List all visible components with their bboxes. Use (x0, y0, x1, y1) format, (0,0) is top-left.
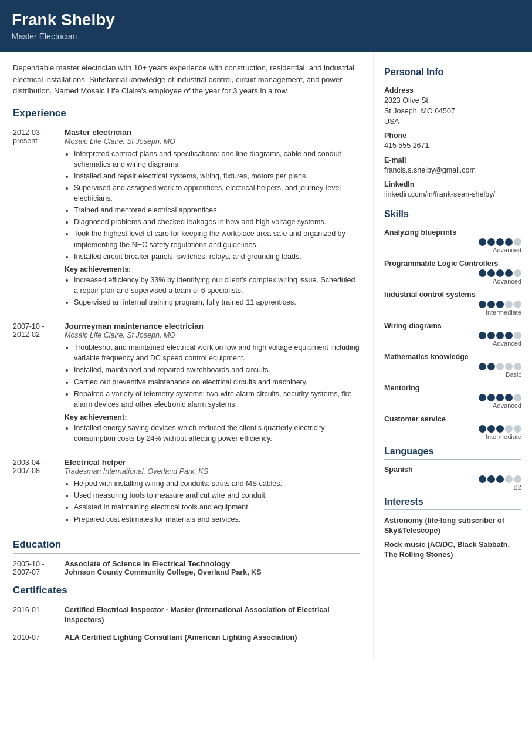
education-container: 2005-10 - 2007-07Associate of Science in… (13, 559, 360, 576)
language-item-0: SpanishB2 (384, 465, 521, 491)
cert-date-1: 2010-07 (13, 633, 65, 643)
experience-item-0: 2012-03 - presentMaster electricianMosai… (13, 128, 360, 312)
skills-divider (384, 222, 521, 222)
skill-dot-1-1 (487, 269, 495, 277)
interest-item-1: Rock music (AC/DC, Black Sabbath, The Ro… (384, 540, 521, 561)
skill-dot-1-3 (505, 269, 513, 277)
skill-level-3: Advanced (384, 340, 521, 347)
skill-dot-1-0 (479, 269, 486, 277)
skill-dot-1-2 (496, 269, 504, 277)
skill-dot-2-3 (505, 301, 513, 308)
skill-dots-5 (384, 394, 521, 401)
skill-dot-5-2 (496, 394, 504, 401)
skill-dot-2-1 (487, 301, 495, 308)
exp-content-2: Electrical helperTradesman International… (65, 458, 360, 528)
main-layout: Dependable master electrician with 10+ y… (0, 52, 532, 660)
certificates-divider (13, 599, 360, 599)
candidate-name: Frank Shelby (12, 11, 520, 29)
skill-dot-2-0 (479, 301, 486, 308)
skill-dots-4 (384, 363, 521, 370)
skill-dot-3-4 (514, 332, 521, 339)
edu-school-0: Johnson County Community College, Overla… (65, 568, 360, 576)
interests-section-title: Interests (384, 497, 521, 507)
skill-item-2: Industrial control systemsIntermediate (384, 291, 521, 316)
skills-section-title: Skills (384, 209, 521, 220)
language-name-0: Spanish (384, 465, 521, 474)
experience-divider (13, 122, 360, 122)
skill-name-2: Industrial control systems (384, 291, 521, 299)
skill-dot-3-1 (487, 332, 495, 339)
skill-dots-3 (384, 332, 521, 339)
skill-dot-0-0 (479, 238, 486, 246)
exp-bullet-1-3: Repaired a variety of telemetry systems:… (74, 389, 360, 410)
skill-dots-1 (384, 269, 521, 277)
skill-dot-0-1 (487, 238, 495, 246)
candidate-title: Master Electrician (12, 32, 520, 41)
skill-name-5: Mentoring (384, 384, 521, 392)
experience-container: 2012-03 - presentMaster electricianMosai… (13, 128, 360, 528)
skill-item-0: Analyzing blueprintsAdvanced (384, 228, 521, 254)
exp-bullet-0-3: Trained and mentored electrical apprenti… (74, 205, 360, 215)
exp-content-0: Master electricianMosaic Life Claire, St… (65, 128, 360, 312)
personal-info-title: Personal Info (384, 67, 521, 77)
resume-header: Frank Shelby Master Electrician (0, 0, 532, 52)
exp-bullet-0-6: Installed circuit breaker panels, switch… (74, 251, 360, 262)
exp-bullet-1-1: Installed, maintained and repaired switc… (74, 365, 360, 375)
edu-degree-0: Associate of Science in Electrical Techn… (65, 559, 360, 568)
language-dot-0-4 (514, 475, 521, 483)
right-column: Personal Info Address 2823 Olive StSt Jo… (374, 52, 532, 660)
education-item-0: 2005-10 - 2007-07Associate of Science in… (13, 559, 360, 576)
exp-title-2: Electrical helper (65, 458, 360, 467)
skill-dot-3-3 (505, 332, 513, 339)
exp-bullets-1: Troubleshot and maintained electrical wo… (65, 342, 360, 410)
edu-content-0: Associate of Science in Electrical Techn… (65, 559, 360, 576)
skill-item-1: Programmable Logic ControllersAdvanced (384, 259, 521, 285)
exp-bullets-2: Helped with installing wiring and condui… (65, 478, 360, 525)
languages-divider (384, 459, 521, 460)
exp-date-1: 2007-10 - 2012-02 (13, 322, 65, 447)
language-dot-0-2 (496, 475, 504, 483)
languages-section-title: Languages (384, 446, 521, 457)
exp-bullet-1-0: Troubleshot and maintained electrical wo… (74, 342, 360, 363)
education-section-title: Education (13, 539, 360, 551)
exp-bullet-2-3: Prepared cost estimates for materials an… (74, 514, 360, 525)
exp-bullet-2-0: Helped with installing wiring and condui… (74, 478, 360, 489)
edu-date-0: 2005-10 - 2007-07 (13, 559, 65, 576)
exp-bullet-0-2: Supervised and assigned work to apprenti… (74, 183, 360, 204)
language-dot-0-3 (505, 475, 513, 483)
skill-dot-0-3 (505, 238, 513, 246)
language-dots-0 (384, 475, 521, 483)
linkedin-value: linkedin.com/in/frank-sean-shelby/ (384, 189, 521, 200)
skill-dot-4-4 (514, 363, 521, 370)
achievement-1-0: Installed energy saving devices which re… (74, 423, 360, 444)
skill-level-2: Intermediate (384, 309, 521, 316)
skill-dot-5-3 (505, 394, 513, 401)
certificates-section-title: Certificates (13, 585, 360, 596)
education-divider (13, 553, 360, 554)
language-dot-0-0 (479, 475, 486, 483)
interest-item-0: Astronomy (life-long subscriber of Sky&T… (384, 516, 521, 536)
language-level-0: B2 (384, 484, 521, 491)
email-label: E-mail (384, 156, 521, 164)
skill-dot-4-3 (505, 363, 513, 370)
skill-level-5: Advanced (384, 402, 521, 409)
exp-title-1: Journeyman maintenance electrician (65, 322, 360, 330)
linkedin-label: LinkedIn (384, 180, 521, 188)
achievements-bullets-0: Increased efficiency by 33% by identifyi… (65, 275, 360, 308)
exp-org-1: Mosaic Life Claire, St Joseph, MO (65, 331, 360, 339)
exp-bullet-0-5: Took the highest level of care for keepi… (74, 228, 360, 249)
email-value: francis.s.shelby@gmail.com (384, 165, 521, 176)
skill-dot-5-4 (514, 394, 521, 401)
skill-dot-6-0 (479, 425, 486, 433)
exp-date-2: 2003-04 - 2007-08 (13, 458, 65, 528)
skill-dot-1-4 (514, 269, 521, 277)
skill-dots-6 (384, 425, 521, 433)
skill-dots-2 (384, 301, 521, 308)
skills-container: Analyzing blueprintsAdvancedProgrammable… (384, 228, 521, 440)
exp-content-1: Journeyman maintenance electricianMosaic… (65, 322, 360, 447)
skill-dot-4-0 (479, 363, 486, 370)
address-value: 2823 Olive StSt Joseph, MO 64507USA (384, 95, 521, 127)
exp-org-0: Mosaic Life Claire, St Joseph, MO (65, 137, 360, 146)
skill-dot-2-2 (496, 301, 504, 308)
exp-bullet-0-1: Installed and repair electrical systems,… (74, 171, 360, 181)
